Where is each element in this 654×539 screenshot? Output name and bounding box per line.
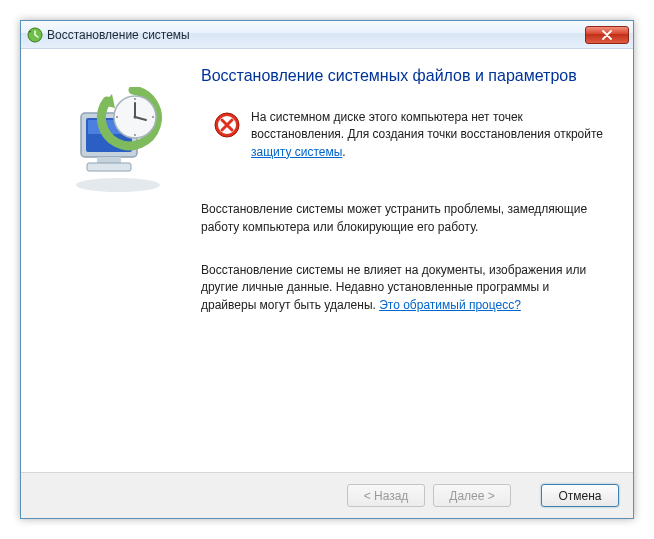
window-title: Восстановление системы [47, 28, 585, 42]
system-restore-icon [27, 27, 43, 43]
info-paragraph-2: Восстановление системы не влияет на доку… [201, 262, 603, 314]
dialog-window: Восстановление системы [20, 20, 634, 519]
back-button: < Назад [347, 484, 425, 507]
svg-point-12 [152, 116, 154, 118]
cancel-button[interactable]: Отмена [541, 484, 619, 507]
system-restore-graphic-icon [63, 87, 173, 197]
error-text-part1: На системном диске этого компьютера нет … [251, 110, 603, 141]
info-paragraph-1: Восстановление системы может устранить п… [201, 201, 603, 236]
wizard-graphic-pane [43, 67, 193, 462]
close-button[interactable] [585, 26, 629, 44]
svg-rect-5 [97, 157, 121, 163]
content-pane: Восстановление системных файлов и параме… [193, 67, 611, 462]
dialog-body: Восстановление системных файлов и параме… [21, 49, 633, 472]
error-text-part2: . [342, 145, 345, 159]
svg-point-1 [76, 178, 160, 192]
svg-point-11 [134, 98, 136, 100]
system-protection-link[interactable]: защиту системы [251, 145, 342, 159]
reversible-process-link[interactable]: Это обратимый процесс? [379, 298, 521, 312]
error-text: На системном диске этого компьютера нет … [251, 109, 603, 161]
next-button: Далее > [433, 484, 511, 507]
titlebar: Восстановление системы [21, 21, 633, 49]
page-heading: Восстановление системных файлов и параме… [201, 67, 603, 85]
error-message: На системном диске этого компьютера нет … [201, 109, 603, 161]
button-bar: < Назад Далее > Отмена [21, 472, 633, 518]
svg-point-13 [134, 134, 136, 136]
error-icon [213, 111, 241, 139]
svg-rect-6 [87, 163, 131, 171]
svg-point-14 [116, 116, 118, 118]
